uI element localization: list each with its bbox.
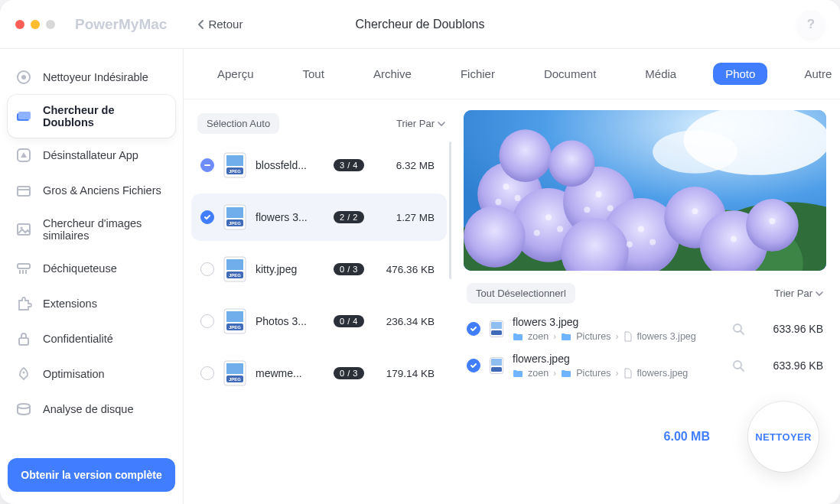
tab-other[interactable]: Autre	[792, 63, 840, 85]
checkbox[interactable]	[200, 262, 214, 276]
image-preview	[464, 110, 826, 271]
checkbox[interactable]	[200, 210, 214, 224]
image-icon	[15, 221, 32, 238]
clean-button[interactable]: NETTOYER	[748, 402, 819, 472]
sidebar-item-duplicate-finder[interactable]: Chercheur de Doublons	[8, 95, 175, 138]
svg-point-55	[515, 195, 521, 201]
box-icon	[15, 182, 32, 199]
file-jpeg-icon: JPEG	[223, 204, 246, 230]
sidebar-item-label: Désinstallateur App	[43, 149, 138, 161]
sidebar-item-label: Analyse de disque	[43, 403, 134, 415]
svg-point-39	[653, 130, 737, 173]
total-size: 6.00 MB	[664, 430, 728, 444]
checkbox[interactable]	[200, 314, 214, 328]
svg-point-60	[595, 191, 601, 197]
checkbox[interactable]	[200, 366, 214, 380]
sort-groups-button[interactable]: Trier Par	[396, 118, 445, 129]
sidebar-item-similar-images[interactable]: Chercheur d'images similaires	[8, 208, 175, 251]
svg-point-1	[21, 75, 26, 80]
tab-file[interactable]: Fichier	[448, 63, 507, 85]
puzzle-icon	[15, 295, 32, 312]
group-name: flowers 3...	[256, 211, 324, 223]
folder-stack-icon	[15, 108, 32, 125]
disk-icon	[15, 401, 32, 418]
svg-point-51	[746, 199, 799, 252]
svg-rect-76	[491, 367, 502, 372]
count-badge: 0 / 4	[334, 315, 364, 327]
sidebar-item-junk-cleaner[interactable]: Nettoyeur Indésirable	[8, 60, 175, 95]
svg-text:JPEG: JPEG	[229, 273, 241, 278]
svg-point-15	[18, 404, 30, 408]
magnify-icon[interactable]	[731, 322, 745, 336]
sidebar-item-label: Optimisation	[43, 368, 105, 380]
close-icon[interactable]	[15, 20, 24, 29]
sidebar-item-label: Déchiqueteuse	[43, 262, 117, 275]
crumb: Pictures	[576, 368, 610, 379]
tab-all[interactable]: Tout	[291, 63, 337, 85]
magnify-icon[interactable]	[731, 359, 745, 372]
sort-label: Trier Par	[774, 288, 812, 299]
svg-point-67	[731, 236, 737, 242]
sort-label: Trier Par	[396, 118, 435, 129]
tab-photo[interactable]: Photo	[713, 63, 767, 85]
file-size: 633.96 KB	[754, 359, 823, 372]
svg-point-61	[607, 205, 614, 211]
tab-document[interactable]: Document	[532, 63, 608, 85]
sort-files-button[interactable]: Trier Par	[774, 288, 823, 299]
count-badge: 2 / 2	[334, 211, 364, 223]
checkbox[interactable]	[467, 322, 480, 336]
file-jpeg-icon: JPEG	[223, 256, 246, 282]
minus-icon	[203, 161, 211, 169]
file-jpeg-icon: JPEG	[223, 360, 246, 386]
breadcrumb: zoen› Pictures› flowers.jpeg	[513, 368, 722, 379]
group-size: 6.32 MB	[373, 160, 435, 171]
deselect-all-button[interactable]: Tout Déselectionnerl	[467, 283, 575, 304]
group-size: 179.14 KB	[373, 368, 435, 379]
svg-text:JPEG: JPEG	[229, 377, 241, 382]
upgrade-button[interactable]: Obtenir la version complète	[8, 458, 175, 492]
back-label: Retour	[208, 18, 243, 31]
window-controls[interactable]	[15, 20, 55, 29]
chevron-down-icon	[816, 291, 823, 297]
svg-point-62	[584, 206, 590, 213]
svg-rect-75	[491, 359, 502, 366]
tab-overview[interactable]: Aperçu	[205, 63, 266, 85]
sidebar-item-optimization[interactable]: Optimisation	[8, 356, 175, 392]
sidebar-item-label: Nettoyeur Indésirable	[43, 71, 148, 83]
minimize-icon[interactable]	[31, 20, 40, 29]
file-size: 633.96 KB	[754, 323, 823, 335]
svg-point-58	[557, 226, 563, 232]
group-row[interactable]: JPEG blossfeld... 3 / 4 6.32 MB	[191, 141, 447, 189]
checkbox[interactable]	[467, 359, 480, 372]
tab-media[interactable]: Média	[633, 63, 689, 85]
group-size: 1.27 MB	[373, 212, 435, 223]
zoom-icon[interactable]	[46, 20, 55, 29]
sidebar-item-large-old-files[interactable]: Gros & Anciens Fichiers	[8, 173, 175, 208]
file-jpeg-icon: JPEG	[223, 308, 246, 334]
crumb: zoen	[528, 331, 549, 342]
svg-text:JPEG: JPEG	[229, 221, 241, 226]
svg-rect-70	[491, 322, 502, 329]
file-row[interactable]: flowers.jpeg zoen› Pictures› flowers.jpe…	[464, 348, 826, 383]
sidebar-item-shredder[interactable]: Déchiqueteuse	[8, 251, 175, 286]
checkbox[interactable]	[200, 158, 214, 172]
file-jpeg-icon	[490, 320, 503, 337]
group-row[interactable]: JPEG mewme... 0 / 3 179.14 KB	[191, 350, 447, 397]
scrollbar[interactable]	[449, 141, 451, 279]
svg-point-14	[23, 372, 25, 374]
tab-archive[interactable]: Archive	[361, 63, 424, 85]
svg-point-53	[549, 140, 595, 187]
category-tabs: Aperçu Tout Archive Fichier Document Méd…	[184, 49, 840, 99]
sidebar-item-extensions[interactable]: Extensions	[8, 286, 175, 321]
sidebar-item-app-uninstaller[interactable]: Désinstallateur App	[8, 138, 175, 173]
sidebar-item-privacy[interactable]: Confidentialité	[8, 321, 175, 356]
auto-select-button[interactable]: Sélection Auto	[197, 113, 279, 134]
group-row[interactable]: JPEG kitty.jpeg 0 / 3 476.36 KB	[191, 245, 447, 293]
back-button[interactable]: Retour	[197, 18, 243, 31]
file-row[interactable]: flowers 3.jpeg zoen› Pictures› flowers 3…	[464, 311, 826, 346]
help-button[interactable]: ?	[797, 11, 825, 38]
group-row[interactable]: JPEG flowers 3... 2 / 2 1.27 MB	[191, 193, 447, 241]
sidebar-item-disk-analysis[interactable]: Analyse de disque	[8, 392, 175, 427]
group-name: mewme...	[256, 367, 324, 379]
group-row[interactable]: JPEG Photos 3... 0 / 4 236.34 KB	[191, 298, 447, 345]
